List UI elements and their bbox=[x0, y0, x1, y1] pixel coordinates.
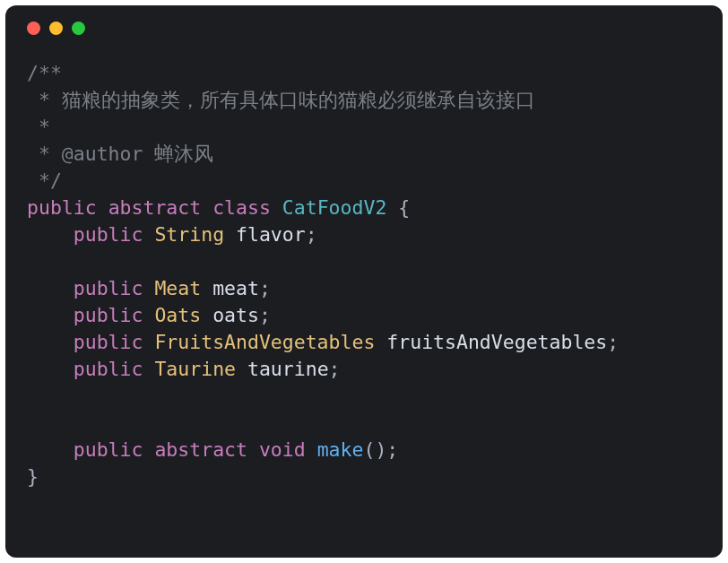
type-string: String bbox=[154, 223, 224, 246]
type-fav: FruitsAndVegetables bbox=[154, 331, 375, 353]
code-block: /** * 猫粮的抽象类，所有具体口味的猫粮必须继承自该接口 * * @auth… bbox=[5, 35, 723, 490]
minimize-icon[interactable] bbox=[49, 22, 63, 35]
type-meat: Meat bbox=[154, 277, 201, 299]
class-name: CatFoodV2 bbox=[282, 196, 387, 219]
comment-author: * @author 蝉沐风 bbox=[27, 143, 213, 165]
keyword-public: public bbox=[74, 223, 143, 246]
field-meat: meat bbox=[212, 277, 259, 299]
comment-close: */ bbox=[27, 169, 62, 192]
code-window: /** * 猫粮的抽象类，所有具体口味的猫粮必须继承自该接口 * * @auth… bbox=[5, 5, 723, 558]
keyword-void: void bbox=[259, 438, 306, 461]
keyword-public: public bbox=[27, 196, 97, 219]
field-flavor: flavor bbox=[236, 223, 306, 246]
comment-line: * 猫粮的抽象类，所有具体口味的猫粮必须继承自该接口 bbox=[27, 89, 535, 111]
keyword-class: class bbox=[212, 196, 271, 219]
field-oats: oats bbox=[212, 304, 259, 326]
closing-brace: } bbox=[27, 465, 39, 488]
type-oats: Oats bbox=[154, 304, 201, 326]
field-fav: fruitsAndVegetables bbox=[386, 331, 607, 353]
comment-line: * bbox=[27, 116, 50, 138]
zoom-icon[interactable] bbox=[72, 22, 85, 35]
type-taurine: Taurine bbox=[154, 358, 236, 380]
keyword-public: public bbox=[74, 438, 143, 461]
keyword-public: public bbox=[74, 358, 143, 380]
close-icon[interactable] bbox=[27, 22, 40, 35]
keyword-public: public bbox=[74, 331, 143, 353]
keyword-abstract: abstract bbox=[154, 438, 247, 461]
window-titlebar bbox=[5, 5, 723, 35]
method-make: make bbox=[317, 438, 364, 461]
keyword-abstract: abstract bbox=[108, 196, 202, 219]
keyword-public: public bbox=[74, 304, 143, 326]
comment-open: /** bbox=[27, 62, 62, 84]
field-taurine: taurine bbox=[247, 358, 329, 380]
keyword-public: public bbox=[74, 277, 143, 299]
